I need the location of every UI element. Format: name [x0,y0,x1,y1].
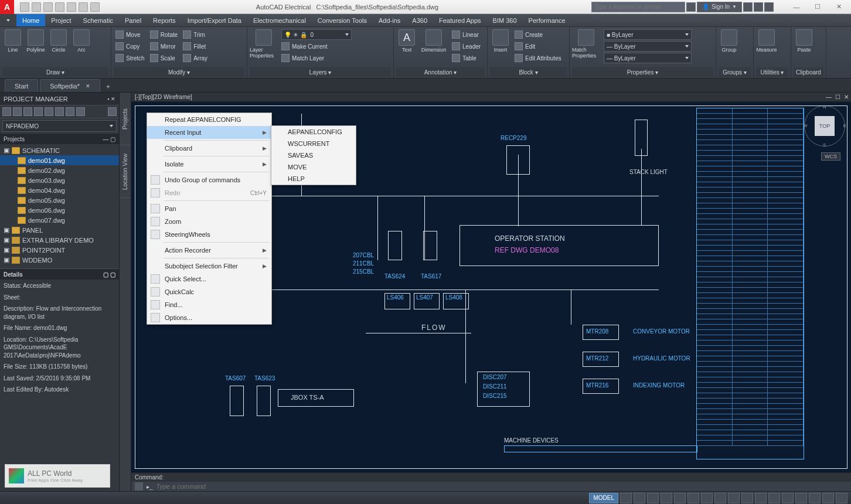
lineweight-dropdown[interactable]: — ByLayer [604,41,692,52]
ctx-item[interactable]: Zoom [147,215,271,228]
window-close-button[interactable]: ✕ [829,1,849,13]
color-dropdown[interactable]: ■ ByLayer [604,29,692,40]
qat-redo-icon[interactable] [90,2,100,12]
tree-file[interactable]: demo06.dwg [0,205,119,215]
modify-fillet-button[interactable]: Fillet [181,41,209,52]
dim-leader-button[interactable]: Leader [450,41,482,52]
tree-file[interactable]: demo02.dwg [0,165,119,175]
dim-linear-button[interactable]: Linear [450,29,482,40]
viewport-label[interactable]: [-][Top][2D Wireframe] [135,94,192,100]
window-minimize-button[interactable]: — [787,1,806,13]
panel-title-modify[interactable]: Modify ▾ [114,67,244,77]
pm-tool-icon[interactable] [55,107,64,116]
vp-min-icon[interactable]: — [826,94,832,100]
status-lwt-icon[interactable] [714,493,726,503]
app-logo[interactable]: A [0,0,14,14]
status-otrack-icon[interactable] [701,493,713,503]
status-isolate-icon[interactable] [795,493,807,503]
status-hardware-icon[interactable] [809,493,821,503]
status-monitor-icon[interactable] [782,493,794,503]
ctx-item[interactable]: Quick Select... [147,273,271,285]
modify-scale-button[interactable]: Scale [148,53,179,63]
modify-trim-button[interactable]: Trim [181,29,209,40]
pm-tool-icon[interactable] [2,107,11,116]
ctx-item[interactable]: Find... [147,298,271,311]
block-insert-button[interactable]: Insert [490,29,511,53]
panel-title-block[interactable]: Block ▾ [490,67,567,77]
vp-max-icon[interactable]: ☐ [835,94,840,100]
palette-tab-location[interactable]: Location View [120,145,131,198]
draw-arc-button[interactable]: Arc [71,29,92,53]
tab-panel[interactable]: Panel [119,14,147,26]
pm-project-combo[interactable]: NFPADEMO [2,120,117,132]
tree-file[interactable]: demo07.dwg [0,215,119,225]
status-snap-icon[interactable] [634,493,645,503]
tree-file[interactable]: demo05.dwg [0,195,119,205]
group-button[interactable]: Group [719,29,740,53]
status-transparency-icon[interactable] [728,493,740,503]
qat-undo-icon[interactable] [79,2,88,12]
tree-file[interactable]: demo03.dwg [0,175,119,185]
draw-polyline-button[interactable]: Polyline [25,29,46,53]
pm-tool-icon[interactable] [66,107,74,116]
pm-details-header[interactable]: Details▢ ▢ [0,269,119,280]
palette-tab-projects[interactable]: Projects [120,93,131,145]
window-maximize-button[interactable]: ☐ [808,1,828,13]
ctx-sub-item[interactable]: AEPANELCONFIG [271,126,356,138]
a360-icon[interactable] [754,2,763,12]
layer-dropdown[interactable]: 💡 ☀ 🔒0 [281,29,352,40]
qat-save-icon[interactable] [43,2,53,12]
tree-file-demo01[interactable]: demo01.dwg [0,155,119,165]
dimension-button[interactable]: Dimension [419,29,448,53]
modify-move-button[interactable]: Move [114,29,147,40]
panel-title-groups[interactable]: Groups ▾ [719,67,751,77]
layer-match-button[interactable]: Match Layer [280,53,353,63]
doc-tab-new-button[interactable]: ＋ [102,80,114,92]
measure-button[interactable]: Measure [756,29,777,53]
tab-import-export[interactable]: Import/Export Data [182,14,247,26]
help-icon[interactable] [764,2,774,12]
tab-schematic[interactable]: Schematic [77,14,119,26]
canvas[interactable]: TOP N S E W WCS RECP229 STACK LIGH [131,102,851,472]
text-button[interactable]: AText [396,29,417,53]
ctx-sub-item[interactable]: SAVEAS [271,149,356,161]
pm-tool-icon[interactable] [45,107,53,116]
dim-table-button[interactable]: Table [450,53,482,63]
pm-projects-header[interactable]: Projects— ▢ [0,134,119,144]
status-model-button[interactable]: MODEL [589,493,618,503]
ctx-sub-item[interactable]: HELP [271,173,356,185]
layer-makecurrent-button[interactable]: Make Current [280,41,353,52]
status-annoscale-icon[interactable] [755,493,767,503]
status-grid-icon[interactable] [620,493,632,503]
sign-in-button[interactable]: 👤Sign In▼ [697,2,742,12]
tab-project[interactable]: Project [45,14,77,26]
command-close-icon[interactable] [135,482,143,491]
qat-plot-icon[interactable] [67,2,76,12]
ctx-item[interactable]: SteeringWheels [147,228,271,241]
help-search-input[interactable] [591,2,685,12]
tree-node-schematic[interactable]: ▣SCHEMATIC [0,145,119,155]
doc-tab-current[interactable]: Softpedia*✕ [40,79,100,92]
tree-node-p2p[interactable]: ▣POINT2POINT [0,245,119,255]
ctx-item[interactable]: Subobject Selection Filter▶ [147,260,271,273]
command-input[interactable] [156,483,847,490]
status-cycling-icon[interactable] [741,493,753,503]
layer-properties-button[interactable]: Layer Properties [250,29,278,59]
block-create-button[interactable]: Create [513,29,563,40]
ctx-sub-item[interactable]: MOVE [271,161,356,173]
panel-title-annotation[interactable]: Annotation ▾ [396,67,485,77]
exchange-icon[interactable] [743,2,753,12]
paste-button[interactable]: Paste [794,29,815,53]
doc-tab-start[interactable]: Start [5,79,38,92]
pm-tool-icon[interactable] [13,107,22,116]
panel-title-properties[interactable]: Properties ▾ [572,67,713,77]
tab-bim360[interactable]: BIM 360 [487,14,523,26]
status-osnap-icon[interactable] [674,493,686,503]
status-workspace-icon[interactable] [768,493,780,503]
status-polar-icon[interactable] [661,493,672,503]
pm-tool-icon[interactable] [34,107,43,116]
modify-copy-button[interactable]: Copy [114,41,147,52]
status-3dosnap-icon[interactable] [687,493,699,503]
tab-addins[interactable]: Add-ins [373,14,406,26]
status-ortho-icon[interactable] [647,493,659,503]
